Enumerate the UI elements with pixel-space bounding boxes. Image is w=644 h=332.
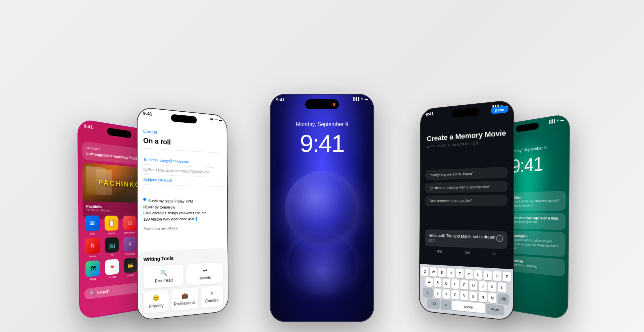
status-icons-3: ▐▐▐ ≋ ▬ (352, 97, 368, 101)
app-health[interactable]: ❤ Health (104, 259, 120, 280)
tv-icon: 📺 (105, 237, 119, 253)
rewrite-label: Rewrite (199, 275, 211, 281)
concise-icon: ≡ (210, 290, 213, 296)
maps-icon: 🗺 (85, 260, 100, 277)
key-x[interactable]: X (442, 289, 450, 299)
app-reminders[interactable]: ☑ Reminders (122, 216, 138, 234)
reminders-icon: ☑ (123, 216, 136, 230)
suggestion-3[interactable]: "last summer in our garden" (425, 195, 507, 206)
autocomplete-3[interactable]: to (492, 252, 495, 256)
key-c[interactable]: C (451, 290, 459, 300)
key-i[interactable]: I (483, 270, 491, 280)
wifi-icon-3: ≋ (361, 97, 363, 101)
status-time-1: 9:41 (84, 123, 93, 130)
phone4-screen: 9:41 ▐▐▐ ≋ ▬ Done Create a Memory Movie … (420, 100, 514, 320)
mail-label: Mail (90, 232, 95, 235)
mail-line-1: Sushi my place Friday 7PM (143, 198, 222, 205)
search-label-1: Search (97, 289, 109, 295)
mail-line-text-1: Sushi my place Friday 7PM (148, 198, 193, 204)
news-icon: N (85, 238, 100, 254)
key-j[interactable]: J (479, 281, 487, 291)
key-q[interactable]: Q (421, 267, 429, 276)
suggestion-1[interactable]: "everything we ate in Japan" (425, 167, 507, 180)
key-123[interactable]: 123 (427, 298, 440, 309)
key-o[interactable]: O (493, 271, 501, 281)
key-a[interactable]: A (425, 277, 433, 287)
app-notes[interactable]: 📋 Notes (103, 216, 120, 235)
status-bar-3: 9:41 ▐▐▐ ≋ ▬ (271, 95, 373, 111)
search-icon-1: 🔍 (90, 290, 95, 296)
key-p[interactable]: P (503, 271, 511, 282)
mail-fields: To: brian_carey@apple.com Cc/Bcc, From: … (138, 154, 227, 187)
mail-to-value: To: brian_carey@apple.com (143, 157, 189, 164)
key-d[interactable]: D (442, 278, 450, 288)
key-u[interactable]: U (474, 270, 482, 280)
mail-sent-from: Sent from my iPhone (143, 226, 222, 231)
key-t[interactable]: T (456, 269, 464, 279)
key-return[interactable]: return (486, 304, 504, 315)
memory-input-row: Hikes with Tim and Marie, set to dream p… (428, 233, 503, 245)
mail-icon: ✉ (85, 216, 100, 231)
key-backspace[interactable]: ⌫ (498, 293, 509, 304)
professional-icon: 💼 (181, 292, 188, 299)
autocomplete-1[interactable]: "The" (435, 249, 443, 254)
mail-body[interactable]: Sushi my place Friday 7PM RSVP by tomorr… (138, 198, 227, 231)
app-mail[interactable]: ✉ Mail (84, 216, 101, 236)
app-wallet[interactable]: 💳 Wallet (122, 258, 138, 278)
app-tv[interactable]: 📺 TV (104, 237, 120, 257)
key-m[interactable]: M (488, 293, 496, 303)
app-podcasts[interactable]: 🎙 Podcasts (122, 236, 138, 256)
key-l[interactable]: L (498, 282, 506, 293)
suggestion-2[interactable]: "go trick-or-treating with a spooky vibe… (425, 181, 508, 193)
proofread-icon: 🔍 (160, 269, 167, 276)
maps-label: Maps (90, 277, 96, 281)
autocomplete-row: "The" the to (425, 248, 507, 256)
battery-icon-3: ▬ (365, 97, 368, 101)
writing-tools-row3: 😊 Friendly 💼 Professional ≡ Concise (144, 285, 223, 314)
key-h[interactable]: H (470, 280, 478, 290)
wifi-icon-5: ≋ (556, 118, 559, 123)
key-s[interactable]: S (434, 278, 441, 288)
podcasts-icon: 🎙 (123, 237, 137, 252)
mail-subject-value: Subject: On a roll (143, 177, 172, 182)
phone-blue-center: 9:41 ▐▐▐ ≋ ▬ Monday, September 9 9:41 (270, 94, 374, 322)
key-g[interactable]: G (460, 280, 468, 290)
status-time-4: 9:41 (426, 111, 433, 117)
key-v[interactable]: V (460, 290, 468, 300)
key-f[interactable]: F (451, 279, 459, 289)
memory-input-box[interactable]: Hikes with Tim and Marie, set to dream p… (425, 229, 507, 249)
key-n[interactable]: N (479, 292, 487, 302)
autocomplete-2[interactable]: the (465, 250, 470, 255)
concise-button[interactable]: ≡ Concise (201, 285, 223, 308)
keyboard: Q W E R T Y U I O P A S D F G H (420, 264, 513, 320)
app-maps[interactable]: 🗺 Maps (84, 260, 101, 282)
health-icon: ❤ (105, 259, 119, 275)
key-w[interactable]: W (430, 267, 437, 277)
rewrite-button[interactable]: ↩ Rewrite (186, 263, 223, 286)
friendly-icon: 😊 (153, 294, 160, 301)
rewrite-icon: ↩ (203, 267, 207, 274)
key-emoji[interactable]: ☺ (441, 299, 451, 310)
friendly-button[interactable]: 😊 Friendly (144, 290, 169, 314)
writing-tools-grid: 🔍 Proofread ↩ Rewrite (144, 263, 223, 289)
lockscreen-date-3: Monday, September 9 (271, 121, 373, 127)
key-e[interactable]: E (438, 268, 446, 277)
mail-body-text: Sushi my place Friday 7PM RSVP by tomorr… (143, 198, 222, 222)
battery-icon-5: ▬ (560, 118, 564, 122)
key-k[interactable]: K (488, 282, 496, 292)
key-y[interactable]: Y (465, 269, 473, 279)
key-z[interactable]: Z (434, 288, 441, 298)
proofread-button[interactable]: 🔍 Proofread (144, 265, 183, 289)
professional-button[interactable]: 💼 Professional (171, 287, 198, 311)
key-space[interactable]: space (452, 300, 485, 313)
key-r[interactable]: R (447, 268, 455, 278)
friendly-label: Friendly (149, 303, 164, 309)
phone-dark-right: 9:41 ▐▐▐ ≋ ▬ Done Create a Memory Movie … (419, 100, 514, 321)
app-news[interactable]: N News (84, 238, 101, 259)
wallet-label: Wallet (127, 273, 134, 277)
wallet-icon: 💳 (124, 258, 137, 273)
checkmark-icon[interactable]: ✓ (496, 235, 503, 242)
mail-line-3: LMK allergies, things you won't eat, etc (143, 210, 222, 216)
key-b[interactable]: B (469, 291, 477, 301)
key-shift[interactable]: ⇧ (423, 287, 433, 297)
